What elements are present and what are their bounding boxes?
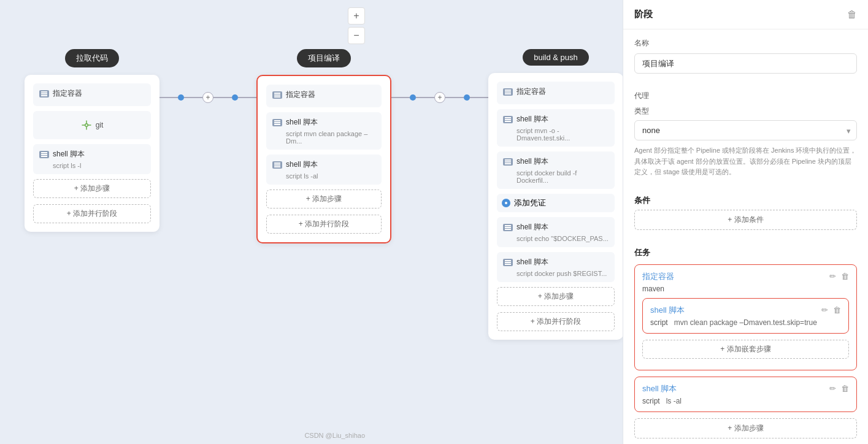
step-git[interactable]: git <box>33 111 151 139</box>
stage-project-compile: 项目编译 指定容器 shell 脚本 script mvn clean pack… <box>256 49 391 243</box>
right-panel: 阶段 🗑 名称 代理 类型 none any label node ▾ Agen… <box>623 0 868 444</box>
step-script: script echo "$DOCKER_PAS... <box>503 235 609 242</box>
step-script: script mvn clean package –Dm... <box>272 130 375 145</box>
step-shell-bp-4[interactable]: shell 脚本 script docker push $REGIST... <box>497 252 615 282</box>
task-shell2-script: script ls -al <box>642 397 849 405</box>
credential-label: 添加凭证 <box>514 197 546 209</box>
step-title: shell 脚本 <box>53 149 85 159</box>
agent-label: 代理 <box>634 91 857 101</box>
connector-1: + <box>159 92 256 103</box>
step-credential[interactable]: 添加凭证 <box>497 194 615 212</box>
step-container-pull[interactable]: 指定容器 <box>33 83 151 106</box>
agent-description: Agent 部分指定整个 Pipeline 或特定阶段将在 Jenkins 环境… <box>634 145 857 178</box>
step-script: script docker push $REGIST... <box>503 270 609 277</box>
tasks-title: 任务 <box>634 247 857 258</box>
step-title: shell 脚本 <box>517 114 548 124</box>
add-parallel-button-pull[interactable]: + 添加并行阶段 <box>33 204 151 223</box>
connector-line <box>238 97 256 98</box>
task-shell-script: script mvn clean package –Dmaven.test.sk… <box>650 318 841 327</box>
task-shell2-title: shell 脚本 <box>642 383 677 394</box>
git-icon <box>81 120 92 131</box>
script-label: script <box>650 318 668 327</box>
step-title: 指定容器 <box>517 86 546 97</box>
container-icon <box>503 88 513 96</box>
add-stage-button-2[interactable]: + <box>434 92 445 103</box>
add-parallel-button-bp[interactable]: + 添加并行阶段 <box>497 312 615 331</box>
task-container-delete-btn[interactable]: 🗑 <box>841 272 849 281</box>
zoom-in-button[interactable]: + <box>348 7 365 25</box>
step-title: shell 脚本 <box>286 117 318 128</box>
task-shell2-delete-btn[interactable]: 🗑 <box>841 384 849 393</box>
connector-line <box>213 97 232 98</box>
container-icon <box>272 91 282 99</box>
conditions-title: 条件 <box>634 195 857 206</box>
add-step-button-compile[interactable]: + 添加步骤 <box>266 189 382 209</box>
name-label: 名称 <box>634 38 857 48</box>
stage-build-push: build & push 指定容器 shell 脚本 script mvn -o… <box>488 49 623 340</box>
add-step-button-pull[interactable]: + 添加步骤 <box>33 179 151 198</box>
git-label: git <box>96 121 104 129</box>
shell-icon <box>272 161 282 169</box>
task-shell-delete-btn[interactable]: 🗑 <box>833 305 841 315</box>
step-container-bp[interactable]: 指定容器 <box>497 82 615 104</box>
step-title: shell 脚本 <box>517 257 548 267</box>
step-shell-bp-3[interactable]: shell 脚本 script echo "$DOCKER_PAS... <box>497 217 615 247</box>
stage-label-compile[interactable]: 项目编译 <box>297 49 351 67</box>
panel-tasks-section: 任务 指定容器 ✏ 🗑 maven shell 脚本 ✏ 🗑 <box>623 239 868 444</box>
container-icon <box>39 90 49 98</box>
step-script: script mvn -o -Dmaven.test.ski... <box>503 127 609 142</box>
add-step-panel-button[interactable]: + 添加步骤 <box>634 418 857 438</box>
agent-type-select[interactable]: none any label node <box>634 120 857 140</box>
step-script: script docker build -f Dockerfil... <box>503 169 609 184</box>
script-label2: script <box>642 397 660 405</box>
shell-icon <box>272 119 282 126</box>
step-shell-bp-2[interactable]: shell 脚本 script docker build -f Dockerfi… <box>497 151 615 189</box>
task-container: 指定容器 ✏ 🗑 maven shell 脚本 ✏ 🗑 script <box>634 264 857 370</box>
connector-dot-left <box>178 94 184 101</box>
add-nested-button[interactable]: + 添加嵌套步骤 <box>642 340 849 359</box>
step-title: 指定容器 <box>53 88 82 99</box>
panel-agent-section: 代理 类型 none any label node ▾ Agent 部分指定整个… <box>623 82 868 186</box>
task-shell-2: shell 脚本 ✏ 🗑 script ls -al <box>634 377 857 412</box>
panel-name-section: 名称 <box>623 29 868 82</box>
canvas-area: + − 拉取代码 指定容器 <box>0 0 623 444</box>
connector-line <box>445 97 464 98</box>
connector-line <box>470 97 488 98</box>
step-title: shell 脚本 <box>286 159 318 170</box>
task-container-edit-btn[interactable]: ✏ <box>829 272 836 281</box>
panel-delete-button[interactable]: 🗑 <box>847 9 857 20</box>
connector-dot-left <box>410 94 416 101</box>
task-shell2-edit-btn[interactable]: ✏ <box>829 384 836 393</box>
add-condition-button[interactable]: + 添加条件 <box>634 210 857 230</box>
connector-line <box>416 97 434 98</box>
add-stage-button-1[interactable]: + <box>202 92 213 103</box>
step-shell-compile-2[interactable]: shell 脚本 script ls -al <box>266 155 382 185</box>
task-shell-nested: shell 脚本 ✏ 🗑 script mvn clean package –D… <box>642 298 849 334</box>
connector-dot-right <box>232 94 238 101</box>
agent-type-wrapper: none any label node ▾ <box>634 120 857 140</box>
stage-card-build-push: 指定容器 shell 脚本 script mvn -o -Dmaven.test… <box>488 73 623 340</box>
step-shell-pull[interactable]: shell 脚本 script ls -l <box>33 144 151 174</box>
task-container-title: 指定容器 <box>642 271 674 282</box>
stage-label-pull-code[interactable]: 拉取代码 <box>65 49 119 67</box>
connector-line <box>159 97 178 98</box>
step-container-compile[interactable]: 指定容器 <box>266 85 382 107</box>
stage-card-pull-code: 指定容器 git <box>25 75 159 232</box>
shell-icon <box>39 151 49 158</box>
shell-icon <box>503 224 513 231</box>
step-shell-bp-1[interactable]: shell 脚本 script mvn -o -Dmaven.test.ski.… <box>497 109 615 147</box>
script-value2: ls -al <box>666 397 682 405</box>
stage-card-compile: 指定容器 shell 脚本 script mvn clean package –… <box>256 75 391 243</box>
name-input[interactable] <box>634 53 857 74</box>
step-title: shell 脚本 <box>517 222 548 232</box>
add-parallel-button-compile[interactable]: + 添加并行阶段 <box>266 215 382 234</box>
canvas-controls: + − <box>348 7 365 44</box>
panel-conditions-section: 条件 + 添加条件 <box>623 186 868 239</box>
step-script: script ls -al <box>272 172 375 180</box>
task-shell-edit-btn[interactable]: ✏ <box>821 305 828 315</box>
stage-label-build-push[interactable]: build & push <box>523 49 589 66</box>
panel-header: 阶段 🗑 <box>623 0 868 29</box>
zoom-out-button[interactable]: − <box>348 27 365 44</box>
add-step-button-bp[interactable]: + 添加步骤 <box>497 287 615 306</box>
step-shell-compile-1[interactable]: shell 脚本 script mvn clean package –Dm... <box>266 112 382 150</box>
